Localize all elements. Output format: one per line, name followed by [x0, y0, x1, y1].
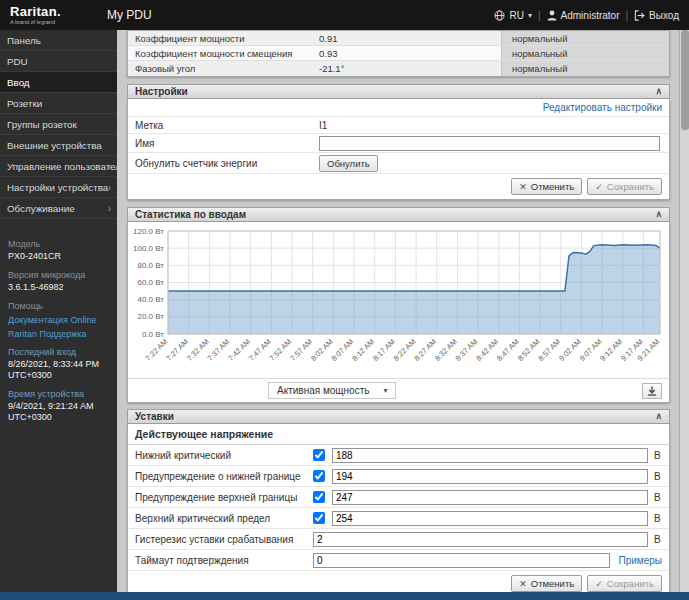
chevron-right-icon: › [108, 198, 111, 219]
help-label: Помощь [8, 301, 109, 311]
upper-warning-input[interactable] [332, 490, 648, 505]
chart-export-button[interactable] [642, 383, 662, 399]
sidebar-item-pdu[interactable]: PDU [0, 51, 117, 72]
field-label: Предупреждение о нижней границе [128, 471, 313, 482]
status-badge: нормальный [501, 46, 669, 60]
settings-section-header[interactable]: Настройки ∧ [127, 84, 670, 99]
sidebar: Панель PDU Ввод Розетки Группы розеток В… [0, 30, 117, 592]
statistics-section: Статистика по вводам ∧ 0.0 Вт20.0 Вт40.0… [127, 207, 670, 403]
svg-text:60.0 Вт: 60.0 Вт [137, 278, 164, 287]
check-icon: ✓ [595, 579, 603, 589]
chevron-right-icon: › [108, 156, 111, 177]
edit-settings-link[interactable]: Редактировать настройки [543, 102, 662, 113]
collapse-icon: ∧ [655, 87, 662, 96]
sensor-name: Коэффициент мощности смещения [128, 46, 319, 60]
device-time-label: Время устройства [8, 389, 109, 399]
globe-icon [494, 10, 505, 21]
last-login-label: Последний вход [8, 347, 109, 357]
sidebar-item-outlets[interactable]: Розетки [0, 93, 117, 114]
label-row: Метка I1 [128, 117, 669, 134]
reset-energy-button[interactable]: Обнулить [319, 155, 378, 172]
page-title: My PDU [107, 8, 152, 22]
upper-warning-checkbox[interactable] [313, 491, 325, 503]
examples-link[interactable]: Примеры [618, 555, 662, 566]
user-menu[interactable]: Administrator [547, 10, 620, 21]
chart-metric-select[interactable]: Активная мощность ▾ [268, 382, 396, 399]
online-docs-link[interactable]: Документация Online [8, 315, 109, 325]
hysteresis-input[interactable] [313, 532, 648, 547]
reset-energy-row: Обнулить счетчик энергии Обнулить [128, 153, 669, 174]
edit-settings-row: Редактировать настройки [128, 99, 669, 117]
sidebar-item-label: Управление пользователями [7, 161, 117, 172]
statistics-section-header[interactable]: Статистика по вводам ∧ [127, 207, 670, 222]
collapse-icon: ∧ [655, 412, 662, 421]
sidebar-item-outlet-groups[interactable]: Группы розеток [0, 114, 117, 135]
save-button[interactable]: ✓Сохранить [587, 575, 662, 592]
section-title: Уставки [135, 411, 174, 422]
name-input[interactable] [319, 136, 660, 151]
logout-icon [634, 10, 645, 21]
settings-panel: Редактировать настройки Метка I1 Имя Обн… [127, 99, 670, 200]
thresholds-section: Уставки ∧ Действующее напряжение Нижний … [127, 409, 670, 597]
scrollbar-thumb[interactable] [681, 30, 689, 130]
download-icon [647, 386, 657, 396]
unit-label: В [654, 492, 662, 503]
sensor-value: 0.91 [319, 31, 501, 45]
raritan-logo[interactable]: Raritan. A brand of legrand [0, 5, 107, 25]
sidebar-item-peripherals[interactable]: Внешние устройства [0, 135, 117, 156]
logout-button[interactable]: Выход [634, 10, 679, 21]
cancel-button[interactable]: ✕Отменить [511, 178, 582, 195]
unit-label: В [654, 534, 662, 545]
upper-critical-checkbox[interactable] [313, 512, 325, 524]
svg-text:120.0 Вт: 120.0 Вт [133, 227, 164, 236]
save-label: Сохранить [607, 181, 654, 192]
cancel-label: Отменить [531, 181, 574, 192]
field-label: Таймаут подтверждения [128, 555, 313, 566]
chart-container: 0.0 Вт20.0 Вт40.0 Вт60.0 Вт80.0 Вт100.0 … [128, 222, 669, 378]
sensor-value: -21.1° [319, 61, 501, 76]
sidebar-item-dashboard[interactable]: Панель [0, 30, 117, 51]
lower-warning-input[interactable] [332, 469, 648, 484]
device-time-value: 9/4/2021, 9:21:24 AM UTC+0300 [8, 401, 109, 423]
threshold-row-upper-critical: Верхний критический предел В [128, 508, 669, 529]
cancel-button[interactable]: ✕Отменить [511, 575, 582, 592]
settings-section: Настройки ∧ Редактировать настройки Метк… [127, 84, 670, 200]
name-row: Имя [128, 134, 669, 153]
language-label: RU [509, 10, 523, 21]
assertion-timeout-input[interactable] [313, 553, 610, 568]
lower-warning-checkbox[interactable] [313, 470, 325, 482]
sidebar-item-maintenance[interactable]: Обслуживание› [0, 198, 117, 219]
language-selector[interactable]: RU ▾ [494, 10, 531, 21]
label-value: I1 [319, 120, 327, 131]
threshold-row-lower-critical: Нижний критический В [128, 445, 669, 466]
last-login-value: 8/26/2021, 8:33:44 PM UTC+0300 [8, 359, 109, 381]
sidebar-item-user-management[interactable]: Управление пользователями› [0, 156, 117, 177]
model-value: PX0-2401CR [8, 251, 109, 262]
header-separator: | [625, 10, 628, 21]
field-label: Нижний критический [128, 450, 313, 461]
user-label: Administrator [561, 10, 620, 21]
header-separator: | [538, 10, 541, 21]
chart-controls: Активная мощность ▾ [128, 378, 669, 402]
table-row: Коэффициент мощности 0.91 нормальный [128, 31, 669, 46]
firmware-label: Версия микрокода [8, 270, 109, 280]
sensor-table: Коэффициент мощности 0.91 нормальный Коэ… [127, 30, 670, 77]
save-label: Сохранить [607, 578, 654, 589]
lower-critical-input[interactable] [332, 448, 648, 463]
sidebar-item-device-settings[interactable]: Настройки устройства› [0, 177, 117, 198]
metric-select-label: Активная мощность [277, 385, 369, 396]
user-icon [547, 10, 557, 21]
x-icon: ✕ [519, 579, 527, 589]
upper-critical-input[interactable] [332, 511, 648, 526]
scrollbar[interactable] [679, 30, 689, 592]
lower-critical-checkbox[interactable] [313, 449, 325, 461]
sidebar-item-label: PDU [7, 56, 28, 67]
raritan-support-link[interactable]: Raritan Поддержка [8, 329, 109, 339]
app-window: Raritan. A brand of legrand My PDU RU ▾ … [0, 0, 689, 600]
save-button[interactable]: ✓Сохранить [587, 178, 662, 195]
rms-voltage-subtitle: Действующее напряжение [128, 424, 669, 445]
thresholds-section-header[interactable]: Уставки ∧ [127, 409, 670, 424]
sidebar-item-inlet[interactable]: Ввод [0, 72, 117, 93]
sensor-name: Фазовый угол [128, 61, 319, 76]
input-statistics-chart: 0.0 Вт20.0 Вт40.0 Вт60.0 Вт80.0 Вт100.0 … [128, 224, 669, 376]
